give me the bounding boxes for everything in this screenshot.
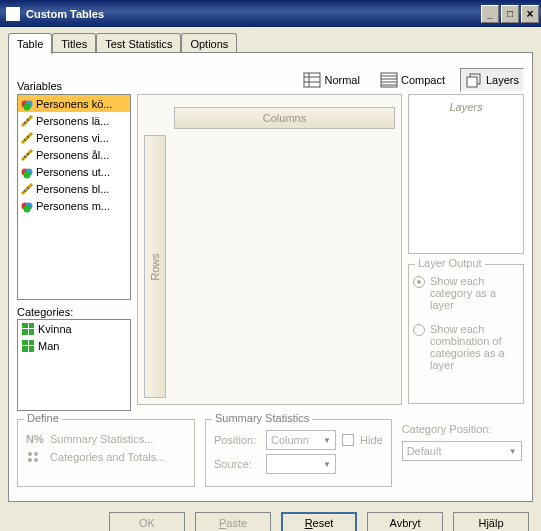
- hide-checkbox[interactable]: [342, 434, 354, 446]
- svg-point-33: [28, 452, 32, 456]
- categories-label: Categories:: [17, 306, 131, 318]
- category-position-combo[interactable]: Default ▼: [402, 441, 522, 461]
- svg-text:N%: N%: [26, 433, 44, 445]
- svg-line-26: [22, 184, 32, 194]
- category-item[interactable]: Kvinna: [18, 320, 130, 337]
- tab-titles[interactable]: Titles: [52, 33, 96, 53]
- view-normal-button[interactable]: Normal: [298, 68, 364, 92]
- view-compact-label: Compact: [401, 74, 445, 86]
- category-icon: [22, 340, 34, 352]
- tab-options[interactable]: Options: [181, 33, 237, 53]
- svg-point-25: [24, 171, 31, 178]
- radio-label: Show each combination of categories as a…: [430, 323, 519, 371]
- position-value: Column: [271, 434, 309, 446]
- help-button[interactable]: Hjälp: [453, 512, 529, 531]
- view-compact-button[interactable]: Compact: [375, 68, 450, 92]
- svg-line-20: [22, 150, 32, 160]
- define-legend: Define: [24, 412, 62, 424]
- close-button[interactable]: ×: [521, 5, 539, 23]
- variable-item[interactable]: Personens m...: [18, 197, 130, 214]
- layer-output-legend: Layer Output: [415, 257, 485, 269]
- sumstat-legend: Summary Statistics: [212, 412, 312, 424]
- stats-icon: N%: [26, 432, 44, 446]
- summary-statistics-button[interactable]: N% Summary Statistics...: [26, 432, 186, 446]
- svg-rect-10: [467, 77, 477, 87]
- nominal-icon: [20, 199, 34, 213]
- radio-each-category[interactable]: Show each category as a layer: [413, 275, 519, 311]
- chevron-down-icon: ▼: [509, 447, 517, 456]
- variable-label: Personens kö...: [36, 98, 112, 110]
- svg-point-35: [28, 458, 32, 462]
- variables-label: Variables: [17, 80, 137, 92]
- radio-dot-icon: [413, 276, 425, 288]
- variable-label: Personens lä...: [36, 115, 109, 127]
- totals-icon: [26, 450, 44, 464]
- layers-icon: [465, 72, 483, 88]
- category-label: Kvinna: [38, 323, 72, 335]
- position-combo[interactable]: Column ▼: [266, 430, 336, 450]
- view-normal-label: Normal: [324, 74, 359, 86]
- normal-view-icon: [303, 72, 321, 88]
- svg-line-17: [22, 133, 32, 143]
- cancel-button[interactable]: Avbryt: [367, 512, 443, 531]
- categories-list[interactable]: Kvinna Man: [17, 319, 131, 411]
- variable-label: Personens vi...: [36, 132, 109, 144]
- layers-dropzone[interactable]: Layers: [408, 94, 524, 254]
- hide-label: Hide: [360, 434, 383, 446]
- radio-label: Show each category as a layer: [430, 275, 519, 311]
- scale-icon: [20, 182, 34, 196]
- svg-point-13: [24, 103, 31, 110]
- summary-statistics-label: Summary Statistics...: [50, 433, 153, 445]
- paste-button[interactable]: Paste: [195, 512, 271, 531]
- scale-icon: [20, 114, 34, 128]
- scale-icon: [20, 131, 34, 145]
- svg-line-14: [22, 116, 32, 126]
- svg-rect-0: [304, 73, 320, 87]
- summary-statistics-group: Summary Statistics Position: Column ▼ Hi…: [205, 419, 392, 487]
- chevron-down-icon: ▼: [323, 436, 331, 445]
- table-canvas[interactable]: Columns Rows: [137, 94, 402, 405]
- variable-item[interactable]: Personens vi...: [18, 129, 130, 146]
- columns-dropzone[interactable]: Columns: [174, 107, 395, 129]
- category-position-label: Category Position:: [402, 423, 524, 435]
- variable-label: Personens ål...: [36, 149, 109, 161]
- view-layers-label: Layers: [486, 74, 519, 86]
- ok-button[interactable]: OK: [109, 512, 185, 531]
- category-icon: [22, 323, 34, 335]
- variable-item[interactable]: Personens bl...: [18, 180, 130, 197]
- window-title: Custom Tables: [24, 8, 479, 20]
- category-item[interactable]: Man: [18, 337, 130, 354]
- position-label: Position:: [214, 434, 260, 446]
- chevron-down-icon: ▼: [323, 460, 331, 469]
- minimize-button[interactable]: _: [481, 5, 499, 23]
- variable-item[interactable]: Personens ut...: [18, 163, 130, 180]
- view-layers-button[interactable]: Layers: [460, 68, 524, 92]
- source-label: Source:: [214, 458, 260, 470]
- variable-label: Personens ut...: [36, 166, 110, 178]
- svg-point-34: [34, 452, 38, 456]
- define-group: Define N% Summary Statistics... Categori…: [17, 419, 195, 487]
- rows-dropzone[interactable]: Rows: [144, 135, 166, 398]
- categories-totals-button[interactable]: Categories and Totals...: [26, 450, 186, 464]
- source-combo[interactable]: ▼: [266, 454, 336, 474]
- radio-dot-icon: [413, 324, 425, 336]
- variable-item[interactable]: Personens lä...: [18, 112, 130, 129]
- layer-output-group: Layer Output Show each category as a lay…: [408, 264, 524, 404]
- variable-label: Personens bl...: [36, 183, 109, 195]
- variable-item[interactable]: Personens kö...: [18, 95, 130, 112]
- svg-point-31: [24, 205, 31, 212]
- compact-view-icon: [380, 72, 398, 88]
- tab-table[interactable]: Table: [8, 33, 52, 54]
- variables-list[interactable]: Personens kö... Personens lä... Personen…: [17, 94, 131, 300]
- maximize-button[interactable]: □: [501, 5, 519, 23]
- layers-header: Layers: [409, 95, 523, 113]
- nominal-icon: [20, 165, 34, 179]
- category-position-value: Default: [407, 445, 442, 457]
- app-icon: [6, 7, 20, 21]
- radio-each-combination[interactable]: Show each combination of categories as a…: [413, 323, 519, 371]
- nominal-icon: [20, 97, 34, 111]
- tab-test-statistics[interactable]: Test Statistics: [96, 33, 181, 53]
- variable-label: Personens m...: [36, 200, 110, 212]
- variable-item[interactable]: Personens ål...: [18, 146, 130, 163]
- reset-button[interactable]: Reset: [281, 512, 357, 531]
